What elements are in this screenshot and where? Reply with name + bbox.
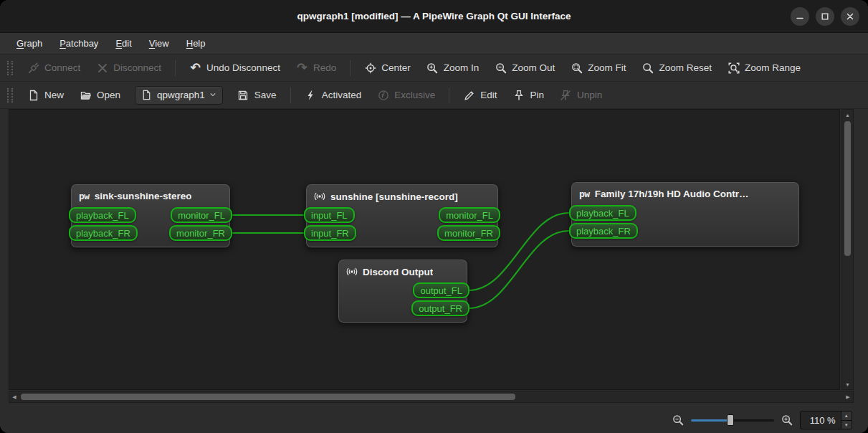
undo-button[interactable]: ↶ Undo Disconnect: [182, 57, 287, 78]
toolbar-drag-handle[interactable]: [7, 88, 13, 103]
menubar: Graph Patchbay Edit View Help: [0, 33, 868, 54]
node-title: sink-sunshine-stereo: [95, 191, 192, 201]
horizontal-scroll-thumb[interactable]: [21, 394, 515, 400]
port-output-fr[interactable]: output_FR: [411, 300, 469, 316]
window-title: qpwgraph1 [modified] — A PipeWire Graph …: [297, 11, 571, 22]
node-sunshine-record[interactable]: sunshine [sunshine-record] input_FL inpu…: [305, 184, 499, 248]
port-monitor-fl[interactable]: monitor_FL: [439, 207, 500, 223]
open-folder-icon: [80, 89, 92, 101]
zoom-range-icon: [728, 62, 740, 74]
zoom-fit-button[interactable]: Zoom Fit: [563, 57, 633, 78]
stream-icon: [314, 191, 325, 202]
activated-toggle[interactable]: Activated: [297, 85, 369, 105]
port-playback-fr[interactable]: playback_FR: [569, 223, 638, 239]
session-file-icon: [141, 90, 153, 101]
port-monitor-fr[interactable]: monitor_FR: [437, 225, 500, 241]
save-icon: [237, 89, 249, 101]
toolbar-graph: Connect Disconnect ↶ Undo Disconnect ↷ R…: [0, 54, 868, 82]
toolbar-separator: [290, 87, 291, 103]
zoom-reset-button[interactable]: Zoom Reset: [635, 57, 720, 78]
pipewire-icon: pw: [579, 189, 590, 199]
exclusive-toggle[interactable]: Exclusive: [370, 85, 442, 105]
port-monitor-fl[interactable]: monitor_FL: [171, 207, 232, 223]
save-button[interactable]: Save: [230, 85, 284, 105]
zoom-spin-up[interactable]: ▲: [841, 411, 852, 421]
graph-canvas[interactable]: pw sink-sunshine-stereo playback_FL play…: [9, 109, 840, 390]
zoom-out-button[interactable]: Zoom Out: [487, 57, 562, 78]
new-button[interactable]: New: [20, 85, 71, 105]
maximize-button[interactable]: [816, 7, 834, 26]
close-button[interactable]: [841, 7, 859, 26]
session-combobox[interactable]: qpwgraph1: [135, 86, 223, 105]
node-title: sunshine [sunshine-record]: [330, 191, 458, 202]
pin-button[interactable]: Pin: [505, 85, 551, 105]
redo-icon: ↷: [296, 62, 308, 74]
scroll-left-arrow[interactable]: ◀: [9, 391, 19, 402]
port-output-fl[interactable]: output_FL: [413, 282, 469, 298]
vertical-scroll-thumb[interactable]: [844, 121, 851, 256]
minimize-button[interactable]: [791, 7, 809, 26]
zoom-in-button[interactable]: Zoom In: [419, 57, 487, 78]
window-controls: [791, 0, 859, 32]
scroll-right-arrow[interactable]: ▶: [843, 391, 853, 402]
menu-edit[interactable]: Edit: [108, 35, 139, 52]
zoom-slider-handle[interactable]: [727, 414, 734, 426]
center-button[interactable]: Center: [357, 57, 418, 78]
chevron-down-icon: [209, 90, 216, 100]
toolbar-separator: [449, 87, 449, 103]
edit-toggle[interactable]: Edit: [456, 85, 504, 105]
toolbar-patchbay: New Open qpwgraph1 Save Activated Exclus…: [0, 82, 868, 109]
workarea: pw sink-sunshine-stereo playback_FL play…: [0, 109, 868, 390]
stream-icon: [346, 266, 358, 277]
toolbar-separator: [350, 60, 350, 76]
undo-icon: ↶: [189, 62, 201, 74]
statusbar: 110 % ▲ ▼: [0, 403, 868, 433]
new-file-icon: [27, 89, 39, 101]
port-playback-fl[interactable]: playback_FL: [69, 207, 136, 223]
menu-help[interactable]: Help: [178, 35, 214, 52]
pencil-icon: [463, 89, 475, 101]
bolt-icon: [305, 89, 317, 101]
close-icon: [844, 11, 856, 22]
port-playback-fl[interactable]: playback_FL: [569, 205, 636, 221]
port-monitor-fr[interactable]: monitor_FR: [169, 225, 232, 241]
pipewire-icon: pw: [79, 191, 90, 201]
toolbar-separator: [175, 60, 176, 76]
node-discord-output[interactable]: Discord Output output_FL output_FR: [338, 259, 468, 323]
zoom-in-icon: [426, 62, 439, 74]
node-title: Family 17h/19h HD Audio Contr…: [595, 189, 749, 199]
unpin-button[interactable]: Unpin: [553, 85, 609, 105]
horizontal-scrollbar[interactable]: ◀ ▶: [9, 391, 854, 403]
node-title: Discord Output: [363, 267, 433, 277]
open-button[interactable]: Open: [72, 85, 128, 105]
menu-view[interactable]: View: [141, 35, 177, 52]
titlebar[interactable]: qpwgraph1 [modified] — A PipeWire Graph …: [0, 0, 868, 33]
zoom-out-icon: [495, 62, 507, 74]
zoom-out-small-icon: [672, 414, 684, 426]
node-family-hd-audio[interactable]: pw Family 17h/19h HD Audio Contr… playba…: [571, 181, 800, 247]
port-input-fr[interactable]: input_FR: [304, 225, 356, 241]
menu-graph[interactable]: Graph: [9, 35, 50, 52]
zoom-value: 110 %: [801, 415, 841, 426]
vertical-scrollbar[interactable]: ▲ ▼: [841, 109, 854, 390]
connect-icon: [27, 62, 39, 74]
zoom-spinbox[interactable]: 110 % ▲ ▼: [800, 411, 852, 429]
zoom-range-button[interactable]: Zoom Range: [720, 57, 808, 78]
zoom-slider[interactable]: [691, 414, 774, 426]
redo-button[interactable]: ↷ Redo: [289, 57, 343, 78]
scroll-up-arrow[interactable]: ▲: [842, 110, 853, 120]
menu-patchbay[interactable]: Patchbay: [52, 35, 106, 52]
zoom-fit-icon: [571, 62, 583, 74]
connection-layer: [9, 110, 840, 389]
zoom-spin-down[interactable]: ▼: [841, 421, 852, 429]
node-sink-sunshine-stereo[interactable]: pw sink-sunshine-stereo playback_FL play…: [70, 184, 231, 248]
disconnect-button[interactable]: Disconnect: [89, 57, 168, 78]
scroll-down-arrow[interactable]: ▼: [842, 379, 853, 389]
connect-button[interactable]: Connect: [20, 57, 87, 78]
port-playback-fr[interactable]: playback_FR: [69, 225, 138, 241]
minimize-icon: [794, 11, 806, 22]
unpin-icon: [560, 89, 572, 101]
maximize-icon: [819, 11, 831, 22]
toolbar-drag-handle[interactable]: [7, 61, 13, 75]
port-input-fl[interactable]: input_FL: [304, 207, 355, 223]
